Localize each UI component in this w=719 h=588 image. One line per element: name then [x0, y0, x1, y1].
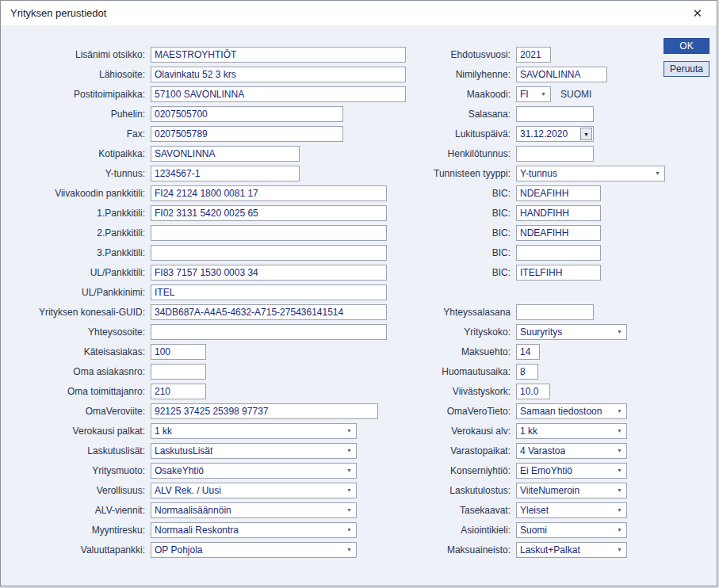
huomautusaika-input[interactable]: 8	[516, 364, 538, 380]
y-tunnus-input[interactable]: 1234567-1	[151, 166, 300, 181]
valuuttapankki-select[interactable]: OP Pohjola ▼	[151, 542, 357, 558]
viivastyskork-input[interactable]: 10.0	[516, 384, 550, 399]
yritysmuoto-select[interactable]: OsakeYhtiö ▼	[151, 463, 357, 479]
tunnisteen-tyyppi-select[interactable]: Y-tunnus ▼	[516, 166, 665, 181]
chevron-down-icon: ▼	[346, 547, 352, 552]
bic-4-label: BIC:	[423, 247, 511, 258]
alv-viennit-select[interactable]: Normaalisäännöin ▼	[151, 502, 357, 518]
yritysmuoto-label: Yritysmuoto:	[9, 465, 145, 476]
datepicker-dropdown-button[interactable]: ▼	[580, 128, 592, 140]
selected-value: Normaali Reskontra	[155, 525, 239, 536]
chevron-down-icon: ▼	[346, 487, 352, 493]
selected-value: 31.12.2020	[520, 128, 568, 139]
konesali-guid-input[interactable]: 34DB687A-A4A5-4632-A715-275436141514	[151, 304, 387, 320]
nimilyhenne-input[interactable]: SAVONLINNA	[516, 67, 607, 82]
pankkitili-2-label: 2.Pankkitili:	[9, 227, 145, 239]
caret-down-icon: ▼	[583, 132, 589, 137]
henkilotunnus-input[interactable]	[516, 146, 594, 162]
alv-viennit-label: ALV-viennit:	[9, 505, 145, 516]
selected-value: OP Pohjola	[155, 544, 203, 556]
bic-1-input[interactable]: NDEAFIHH	[516, 185, 601, 201]
maakoodi-select[interactable]: FI ▼	[516, 86, 551, 102]
kotipaikka-input[interactable]: SAVONLINNA	[151, 146, 300, 162]
bic-4-input[interactable]	[516, 245, 601, 261]
tasekaavat-select[interactable]: Yleiset ▼	[516, 502, 627, 518]
konesali-guid-label: Yrityksen konesali-GUID:	[9, 307, 145, 318]
bic-3-input[interactable]: NDEAFIHH	[516, 225, 601, 241]
maakoodi-country-name: SUOMI	[560, 89, 591, 100]
yhteysosoite-input[interactable]	[151, 324, 387, 340]
yrityskoko-select[interactable]: Suuryritys ▼	[516, 324, 627, 340]
fax-label: Fax:	[9, 128, 145, 139]
bic-3-label: BIC:	[423, 227, 511, 239]
varastopaikat-select[interactable]: 4 Varastoa ▼	[516, 443, 627, 459]
selected-value: Suomi	[520, 525, 547, 536]
oma-toimittajanro-input[interactable]: 210	[151, 384, 206, 399]
y-tunnus-label: Y-tunnus:	[9, 168, 145, 179]
pankkitili-3-input[interactable]	[151, 245, 387, 261]
pankkitili-1-input[interactable]: FI02 3131 5420 0025 65	[151, 205, 387, 221]
maksuaineisto-select[interactable]: Laskut+Palkat ▼	[516, 542, 627, 558]
tunnisteen-tyyppi-label: Tunnisteen tyyppi:	[423, 168, 511, 179]
bic-5-input[interactable]: ITELFIHH	[516, 265, 601, 281]
asiointikieli-select[interactable]: Suomi ▼	[516, 522, 627, 538]
yhteyssalasana-input[interactable]	[516, 304, 594, 320]
verokausi-palkat-select[interactable]: 1 kk ▼	[151, 423, 357, 439]
titlebar: Yrityksen perustiedot ✕	[1, 1, 717, 26]
ul-pankkitili-input[interactable]: FI83 7157 1530 0003 34	[151, 265, 387, 281]
verokausi-alv-select[interactable]: 1 kk ▼	[516, 423, 627, 439]
lisanimi-otsikko-input[interactable]: MAESTROYHTIÖT	[151, 47, 406, 63]
yhteyssalasana-label: Yhteyssalasana	[423, 307, 511, 318]
chevron-down-icon: ▼	[617, 507, 622, 513]
ehdotusvuosi-input[interactable]: 2021	[516, 47, 551, 63]
viivastyskork-label: Viivästyskork:	[423, 386, 511, 397]
ul-pankkinimi-input[interactable]: ITEL	[151, 284, 387, 300]
maksuehto-input[interactable]: 14	[516, 344, 540, 360]
ok-button[interactable]: OK	[664, 38, 709, 54]
kateisasiakas-input[interactable]: 100	[151, 344, 206, 360]
salasana-input[interactable]	[516, 106, 594, 122]
selected-value: Samaan tiedostoon	[520, 406, 602, 417]
kateisasiakas-label: Käteisasiakas:	[9, 346, 145, 357]
laskutuslisat-select[interactable]: LaskutusLisät ▼	[151, 443, 357, 459]
ul-pankkinimi-label: UL/Pankkinimi:	[9, 287, 145, 298]
fax-input[interactable]: 0207505789	[151, 126, 343, 142]
postitoimipaikka-label: Postitoimipaikka:	[9, 89, 145, 100]
verollisuus-select[interactable]: ALV Rek. / Uusi ▼	[151, 483, 357, 498]
selected-value: 1 kk	[155, 426, 172, 437]
pankkitili-2-input[interactable]	[151, 225, 387, 241]
postitoimipaikka-input[interactable]: 57100 SAVONLINNA	[151, 86, 406, 102]
yrityskoko-label: Yrityskoko:	[423, 326, 511, 338]
verokausi-alv-label: Verokausi alv:	[423, 426, 511, 437]
myyntiresku-select[interactable]: Normaali Reskontra ▼	[151, 522, 357, 538]
selected-value: Y-tunnus	[520, 168, 557, 179]
chevron-down-icon: ▼	[346, 468, 352, 473]
omaverotieto-select[interactable]: Samaan tiedostoon ▼	[516, 403, 627, 419]
omaverotieto-label: OmaVeroTieto:	[423, 406, 511, 417]
oma-toimittajanro-label: Oma toimittajanro:	[9, 386, 145, 397]
window-title: Yrityksen perustiedot	[10, 1, 106, 25]
selected-value: LaskutusLisät	[155, 445, 212, 456]
oma-asiakasnro-label: Oma asiakasnro:	[9, 366, 145, 377]
selected-value: 4 Varastoa	[520, 445, 565, 456]
oma-asiakasnro-input[interactable]	[151, 364, 206, 380]
cancel-button[interactable]: Peruuta	[664, 61, 709, 77]
lahiosoite-input[interactable]: Olavinkatu 52 3 krs	[151, 67, 406, 82]
viivakoodin-pankkitili-input[interactable]: FI24 2124 1800 0081 17	[151, 185, 387, 201]
salasana-label: Salasana:	[423, 109, 511, 120]
puhelin-input[interactable]: 0207505700	[151, 106, 343, 122]
konserniyhtio-select[interactable]: Ei EmoYhtiö ▼	[516, 463, 627, 479]
omaveroviite-input[interactable]: 92125 37425 25398 97737	[151, 403, 378, 419]
bic-2-input[interactable]: HANDFIHH	[516, 205, 601, 221]
lukituspaiva-datepicker[interactable]: 31.12.2020 ▼	[516, 126, 594, 142]
verollisuus-label: Verollisuus:	[9, 485, 145, 496]
laskutulostus-select[interactable]: ViiteNumeroin ▼	[516, 483, 627, 498]
chevron-down-icon: ▼	[617, 468, 622, 473]
pankkitili-3-label: 3.Pankkitili:	[9, 247, 145, 258]
close-icon[interactable]: ✕	[689, 1, 706, 25]
maksuehto-label: Maksuehto:	[423, 346, 511, 357]
selected-value: Yleiset	[520, 505, 549, 516]
kotipaikka-label: Kotipaikka:	[9, 148, 145, 159]
selected-value: Suuryritys	[520, 326, 562, 338]
henkilotunnus-label: Henkilötunnus:	[423, 148, 511, 159]
